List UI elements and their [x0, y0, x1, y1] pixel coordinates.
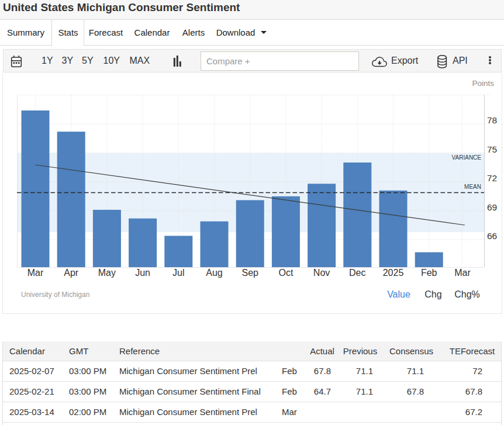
svg-text:Nov: Nov: [313, 268, 330, 278]
svg-text:72: 72: [487, 173, 497, 183]
svg-text:Jul: Jul: [172, 268, 184, 278]
svg-text:Points: Points: [472, 79, 494, 88]
svg-text:75: 75: [487, 144, 497, 154]
svg-text:Value: Value: [387, 289, 410, 299]
svg-text:66: 66: [487, 231, 497, 241]
svg-text:2025: 2025: [383, 268, 404, 278]
svg-text:Chg%: Chg%: [454, 289, 480, 299]
svg-text:Aug: Aug: [206, 268, 222, 278]
svg-text:VARIANCE: VARIANCE: [452, 154, 482, 161]
svg-text:Jun: Jun: [135, 268, 150, 278]
svg-text:Mar: Mar: [27, 268, 44, 278]
svg-text:MEAN: MEAN: [464, 184, 481, 190]
svg-text:University of Michigan: University of Michigan: [21, 291, 89, 299]
svg-text:69: 69: [487, 202, 497, 212]
svg-text:Chg: Chg: [424, 289, 441, 299]
svg-text:Mar: Mar: [454, 268, 471, 278]
svg-text:Sep: Sep: [241, 268, 258, 278]
svg-text:Apr: Apr: [64, 268, 79, 278]
svg-text:May: May: [98, 268, 116, 278]
svg-text:Feb: Feb: [421, 268, 437, 278]
svg-text:78: 78: [487, 115, 497, 125]
svg-text:Oct: Oct: [278, 268, 293, 278]
svg-text:Dec: Dec: [349, 268, 365, 278]
